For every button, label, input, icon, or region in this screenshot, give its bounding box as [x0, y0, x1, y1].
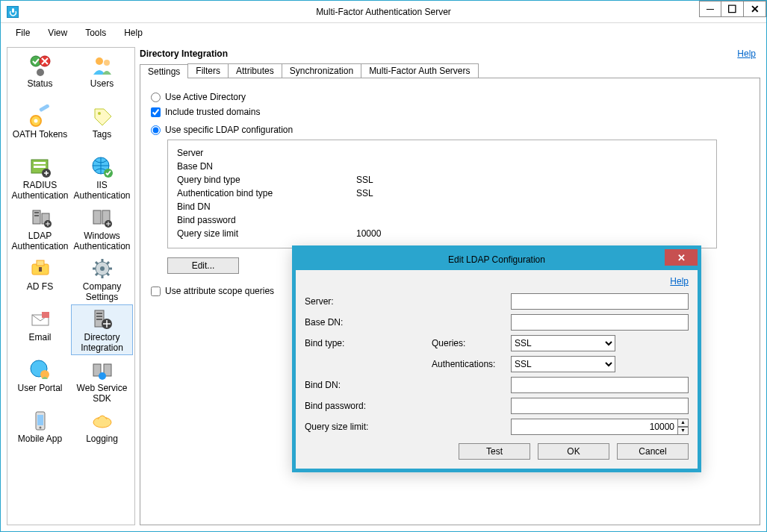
svg-point-28 [100, 266, 105, 271]
svg-line-34 [107, 273, 109, 275]
help-link[interactable]: Help [737, 48, 760, 59]
dlg-basedn-input[interactable] [511, 314, 689, 331]
tab-mfaservers[interactable]: Multi-Factor Auth Servers [361, 63, 478, 78]
mail-icon [28, 307, 52, 331]
dlg-server-label: Server: [305, 296, 432, 307]
sidebar-item-windows-auth[interactable]: Windows Authentication [71, 203, 133, 254]
sidebar-item-label: Users [90, 79, 114, 90]
sidebar-item-sdk[interactable]: Web Service SDK [71, 355, 133, 406]
use-ad-radio[interactable] [151, 93, 161, 102]
ldap-binddn-key: Bind DN [177, 200, 356, 213]
menu-view[interactable]: View [40, 26, 75, 40]
main-panel: Directory Integration Help Settings Filt… [140, 47, 760, 525]
test-button[interactable]: Test [459, 443, 530, 460]
dlg-auth-select[interactable]: SSL [511, 356, 615, 372]
svg-point-4 [96, 57, 103, 65]
window-title: Multi-Factor Authentication Server [1, 7, 766, 17]
maximize-button[interactable]: ☐ [721, 1, 744, 17]
ldap-abind-key: Authentication bind type [177, 187, 356, 200]
use-ldap-radio[interactable] [151, 125, 161, 135]
trusted-row: Include trusted domains [151, 107, 749, 117]
sidebar-item-logging[interactable]: Logging [71, 406, 133, 457]
sidebar-item-label: Mobile App [18, 434, 62, 445]
dlg-auth-label: Authentications: [432, 359, 511, 369]
dlg-bindpw-input[interactable] [511, 398, 689, 414]
menu-file[interactable]: File [8, 26, 37, 40]
sidebar-item-status[interactable]: Status [9, 51, 71, 101]
cancel-button[interactable]: Cancel [617, 443, 689, 460]
sidebar-item-adfs[interactable]: AD FS [9, 254, 71, 304]
svg-line-35 [96, 273, 98, 275]
use-ldap-label: Use specific LDAP configuration [165, 125, 293, 135]
dialog-close-button[interactable]: ✕ [665, 249, 698, 266]
dialog-help-link[interactable]: Help [305, 276, 689, 287]
sidebar-item-label: Windows Authentication [73, 231, 131, 252]
page-title: Directory Integration [140, 48, 228, 59]
svg-rect-17 [34, 212, 39, 213]
dlg-binddn-label: Bind DN: [305, 380, 432, 390]
sidebar-item-email[interactable]: Email [9, 304, 71, 355]
spin-down[interactable]: ▼ [677, 427, 689, 435]
dlg-bindtype-label: Bind type: [305, 338, 432, 348]
svg-line-33 [96, 262, 98, 264]
ldap-server-key: Server [177, 146, 356, 160]
menu-help[interactable]: Help [117, 26, 150, 40]
svg-rect-11 [34, 162, 46, 164]
dlg-qsize-label: Query size limit: [305, 422, 432, 432]
dlg-basedn-label: Base DN: [305, 317, 432, 328]
use-ad-label: Use Active Directory [165, 92, 246, 102]
sidebar-item-iis[interactable]: IIS Authentication [71, 152, 133, 203]
edit-button[interactable]: Edit... [167, 257, 239, 274]
sidebar-item-label: LDAP Authentication [11, 231, 69, 252]
svg-rect-42 [96, 319, 102, 320]
menu-tools[interactable]: Tools [78, 26, 114, 40]
minimize-button[interactable]: ─ [699, 1, 721, 17]
close-button[interactable]: ✕ [744, 1, 766, 17]
titlebar: Multi-Factor Authentication Server ─ ☐ ✕ [1, 1, 766, 23]
sidebar-item-label: Web Service SDK [73, 384, 131, 404]
ok-button[interactable]: OK [538, 443, 609, 460]
log-icon [90, 409, 114, 433]
svg-rect-38 [42, 312, 49, 318]
sidebar-item-users[interactable]: Users [71, 51, 133, 101]
sidebar-item-radius[interactable]: RADIUS Authentication [9, 152, 71, 203]
directory-icon [90, 307, 114, 331]
sidebar-item-label: Directory Integration [73, 333, 131, 354]
svg-rect-8 [39, 104, 50, 112]
sidebar-item-userportal[interactable]: User Portal [9, 355, 71, 406]
window-buttons: ─ ☐ ✕ [699, 1, 766, 17]
sidebar-item-label: AD FS [27, 282, 53, 292]
mobile-icon [28, 409, 52, 433]
tab-filters[interactable]: Filters [187, 63, 229, 78]
body: Status Users OATH Tokens Tags RADIUS Aut… [1, 43, 766, 531]
tab-sync[interactable]: Synchronization [282, 63, 361, 78]
include-trusted-checkbox[interactable] [151, 107, 161, 117]
spin-up[interactable]: ▲ [677, 419, 689, 427]
svg-point-48 [99, 372, 106, 380]
sidebar-item-tags[interactable]: Tags [71, 101, 133, 152]
attr-scope-checkbox[interactable] [151, 287, 161, 296]
ldap-abind-val: SSL [356, 187, 373, 200]
svg-rect-12 [34, 166, 46, 168]
status-icon [28, 54, 52, 78]
ldap-qsize-key: Query size limit [177, 227, 356, 240]
sidebar-item-mobile[interactable]: Mobile App [9, 406, 71, 457]
sidebar-item-directory[interactable]: Directory Integration [71, 304, 133, 355]
edit-ldap-dialog: Edit LDAP Configuration ✕ Help Server: B… [292, 245, 701, 472]
sidebar-item-oath[interactable]: OATH Tokens [9, 101, 71, 152]
tab-attributes[interactable]: Attributes [228, 63, 282, 78]
app-icon [7, 6, 19, 18]
dlg-binddn-input[interactable] [511, 377, 689, 393]
dlg-queries-select[interactable]: SSL [511, 335, 615, 351]
tab-settings[interactable]: Settings [140, 64, 188, 78]
dlg-qsize-input[interactable] [511, 419, 678, 435]
ldap-qbind-val: SSL [356, 173, 373, 187]
dlg-server-input[interactable] [511, 293, 689, 310]
ldap-qsize-val: 10000 [356, 227, 381, 240]
adfs-icon [28, 257, 52, 281]
svg-point-5 [104, 60, 110, 66]
sidebar-item-label: Status [27, 79, 52, 90]
sidebar-item-ldap[interactable]: LDAP Authentication [9, 203, 71, 254]
attr-scope-label: Use attribute scope queries [165, 286, 274, 296]
sidebar-item-company[interactable]: Company Settings [71, 254, 133, 304]
